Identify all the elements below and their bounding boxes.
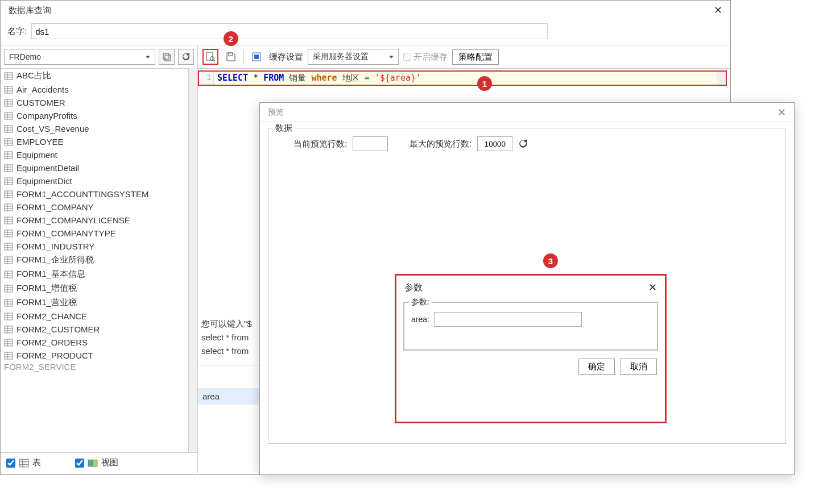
close-icon[interactable]: ✕ (648, 281, 657, 294)
param-input-row: area: (411, 312, 650, 327)
svg-rect-34 (5, 178, 13, 185)
table-item[interactable]: EquipmentDict (1, 174, 188, 188)
table-item-cut: FORM2_SERVICE (1, 362, 188, 372)
svg-rect-90 (19, 459, 28, 467)
svg-rect-42 (5, 204, 13, 211)
views-checkbox[interactable]: 视图 (75, 457, 118, 468)
table-item[interactable]: FORM1_营业税 (1, 295, 188, 310)
table-item-label: FORM1_企业所得税 (16, 255, 94, 265)
sql-keyword-select: SELECT (217, 73, 248, 83)
svg-rect-62 (5, 271, 13, 278)
svg-rect-10 (5, 99, 13, 106)
table-item[interactable]: FORM1_增值税 (1, 281, 188, 295)
table-item[interactable]: FORM1_INDUSTRY (1, 240, 188, 253)
view-icon (88, 458, 98, 468)
svg-rect-82 (5, 339, 13, 346)
table-item[interactable]: FORM2_CUSTOMER (1, 323, 188, 336)
sql-code[interactable]: SELECT * FROM 销量 where 地区 = '${area}' (214, 72, 717, 85)
table-item[interactable]: FORM1_COMPANY (1, 201, 188, 214)
data-row: 当前预览行数: 最大的预览行数: (276, 136, 777, 151)
tables-checkbox-input[interactable] (6, 459, 15, 468)
table-item-label: CompanyProfits (16, 111, 77, 120)
table-item[interactable]: FORM1_COMPANYTYPE (1, 227, 188, 240)
table-item[interactable]: Air_Accidents (1, 83, 188, 96)
enable-cache-label: 开启缓存 (413, 52, 448, 63)
params-dialog-title-bar: 参数 ✕ (396, 276, 665, 299)
svg-rect-46 (5, 217, 13, 224)
table-item-label: ABC占比 (16, 70, 51, 81)
settings-button[interactable] (159, 49, 175, 65)
table-item[interactable]: FORM1_COMPANYLICENSE (1, 214, 188, 227)
table-item-label: FORM2_ORDERS (16, 338, 88, 347)
sql-table: 销量 (289, 73, 306, 83)
table-item[interactable]: Equipment (1, 148, 188, 161)
sql-keyword-where: where (311, 73, 337, 83)
svg-point-97 (210, 57, 214, 61)
close-icon[interactable]: ✕ (777, 106, 786, 119)
ok-button[interactable]: 确定 (578, 359, 615, 375)
table-item[interactable]: FORM1_企业所得税 (1, 253, 188, 267)
enable-cache-checkbox: 开启缓存 (403, 52, 448, 63)
tables-checkbox[interactable]: 表 (6, 457, 41, 468)
table-item-label: FORM1_营业税 (16, 297, 77, 308)
svg-rect-1 (165, 55, 171, 61)
sql-toolbar: 缓存设置 采用服务器设置 开启缓存 策略配置 (198, 45, 730, 69)
table-item[interactable]: ABC占比 (1, 69, 188, 83)
svg-rect-99 (229, 53, 233, 56)
name-input[interactable] (31, 23, 548, 39)
sql-eq: = (365, 73, 370, 83)
table-item-label: EquipmentDict (16, 176, 72, 186)
preview-button[interactable] (202, 49, 218, 65)
sql-keyword-from: FROM (263, 73, 284, 83)
save-button[interactable] (223, 49, 239, 65)
table-item[interactable]: FORM1_基本信息 (1, 267, 188, 281)
tables-scrollbar[interactable] (188, 68, 197, 452)
cache-combo[interactable]: 采用服务器设置 (308, 49, 399, 65)
current-rows-input[interactable] (353, 136, 388, 151)
svg-rect-70 (5, 299, 13, 306)
svg-rect-30 (5, 165, 13, 172)
table-item[interactable]: FORM2_ORDERS (1, 336, 188, 349)
db-select[interactable]: FRDemo (4, 49, 155, 65)
svg-rect-101 (254, 55, 259, 59)
tables-list[interactable]: ABC占比Air_AccidentsCUSTOMERCompanyProfits… (1, 68, 188, 452)
cancel-button[interactable]: 取消 (621, 359, 657, 375)
table-item[interactable]: CompanyProfits (1, 109, 188, 122)
svg-rect-78 (5, 326, 13, 333)
table-item[interactable]: FORM2_CHANCE (1, 310, 188, 323)
views-checkbox-input[interactable] (75, 459, 84, 468)
refresh-tables-button[interactable] (178, 49, 194, 65)
sql-gutter: 1 (199, 72, 214, 85)
table-item[interactable]: FORM2_PRODUCT (1, 349, 188, 362)
table-item-label: Air_Accidents (16, 85, 69, 94)
table-item[interactable]: CUSTOMER (1, 96, 188, 109)
refresh-preview-button[interactable] (518, 139, 528, 149)
table-item[interactable]: EMPLOYEE (1, 135, 188, 148)
params-button[interactable] (249, 49, 264, 65)
param-value-input[interactable] (434, 312, 582, 327)
refresh-icon (518, 139, 528, 149)
table-item-label: FORM1_COMPANYTYPE (16, 228, 116, 238)
params-dialog: 参数 ✕ 参数: area: 确定 取消 (395, 274, 667, 423)
views-checkbox-label: 视图 (101, 457, 118, 468)
table-item[interactable]: Cost_VS_Revenue (1, 122, 188, 135)
svg-line-98 (214, 60, 216, 62)
line-number: 1 (199, 73, 211, 81)
table-item-label: EquipmentDetail (16, 163, 79, 173)
db-select-value: FRDemo (9, 52, 41, 61)
name-row: 名字: (1, 20, 730, 45)
settings-icon (162, 52, 171, 61)
sql-column: 地区 (342, 73, 359, 83)
strategy-button[interactable]: 策略配置 (452, 49, 499, 65)
table-item[interactable]: EquipmentDetail (1, 161, 188, 174)
table-item-label: FORM1_COMPANYLICENSE (16, 215, 130, 225)
sql-editor[interactable]: 1 SELECT * FROM 销量 where 地区 = '${area}' (198, 70, 727, 86)
max-rows-input[interactable] (477, 136, 512, 151)
close-icon[interactable]: ✕ (714, 4, 722, 16)
sql-scrollbar[interactable] (717, 72, 726, 85)
params-dialog-buttons: 确定 取消 (396, 353, 665, 381)
table-item[interactable]: FORM1_ACCOUNTTINGSYSTEM (1, 188, 188, 201)
preview-title: 预览 (268, 107, 284, 118)
cache-label: 缓存设置 (269, 52, 303, 63)
table-item-label: Cost_VS_Revenue (16, 124, 89, 134)
